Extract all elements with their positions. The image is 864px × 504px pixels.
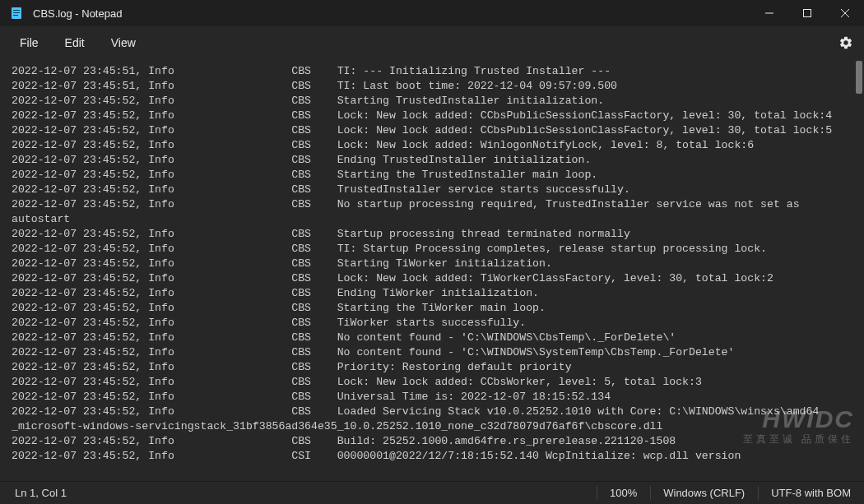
statusbar: Ln 1, Col 1 100% Windows (CRLF) UTF-8 wi… — [0, 481, 864, 504]
scrollbar-thumb[interactable] — [856, 61, 862, 94]
vertical-scrollbar[interactable] — [854, 59, 864, 481]
titlebar: CBS.log - Notepad — [0, 0, 864, 26]
svg-rect-3 — [13, 15, 18, 16]
svg-rect-2 — [13, 12, 20, 13]
text-area[interactable]: 2022-12-07 23:45:51, Info CBS TI: --- In… — [0, 59, 854, 481]
minimize-icon — [765, 9, 773, 17]
svg-rect-4 — [765, 13, 773, 14]
settings-button[interactable] — [828, 26, 864, 59]
maximize-button[interactable] — [788, 0, 826, 26]
minimize-button[interactable] — [750, 0, 788, 26]
status-encoding[interactable]: UTF-8 with BOM — [758, 482, 864, 504]
menu-edit[interactable]: Edit — [53, 31, 96, 54]
close-icon — [841, 9, 849, 17]
gear-icon — [838, 35, 853, 50]
svg-rect-5 — [804, 10, 811, 17]
close-button[interactable] — [826, 0, 864, 26]
maximize-icon — [803, 9, 811, 17]
status-zoom[interactable]: 100% — [597, 482, 650, 504]
window-title: CBS.log - Notepad — [33, 7, 122, 20]
menu-view[interactable]: View — [100, 31, 147, 54]
menu-file[interactable]: File — [8, 31, 50, 54]
status-position: Ln 1, Col 1 — [0, 487, 67, 499]
menubar: File Edit View — [0, 26, 864, 59]
svg-rect-1 — [13, 10, 20, 11]
app-icon — [10, 7, 23, 20]
status-line-ending[interactable]: Windows (CRLF) — [650, 482, 758, 504]
